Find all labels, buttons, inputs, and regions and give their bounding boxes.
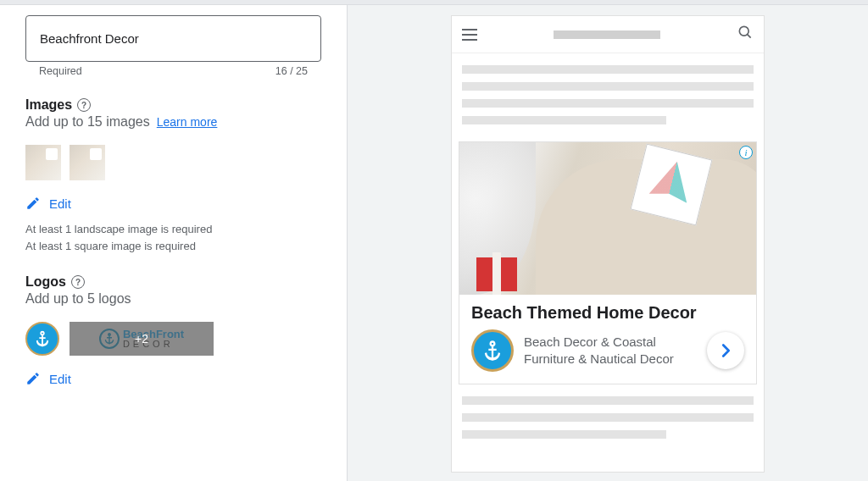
hamburger-icon[interactable] — [462, 29, 477, 41]
logos-title-row: Logos ? — [25, 274, 321, 290]
svg-point-1 — [739, 26, 748, 36]
skeleton-top — [452, 53, 764, 140]
image-thumbnail[interactable] — [70, 145, 105, 180]
logo-thumbnails: BeachFront DECOR +2 — [25, 322, 321, 356]
images-title: Images — [25, 97, 72, 113]
header-placeholder-bar — [554, 30, 660, 39]
ad-info-icon[interactable]: i — [739, 146, 753, 159]
business-name-value: Beachfront Decor — [40, 31, 139, 46]
helper-line-1: At least 1 landscape image is required — [25, 221, 321, 238]
images-subtitle: Add up to 15 images — [25, 114, 150, 130]
skeleton-bottom — [452, 384, 764, 459]
image-thumbnails — [25, 145, 321, 180]
logos-title: Logos — [25, 274, 66, 290]
images-helper: At least 1 landscape image is required A… — [25, 221, 321, 254]
logo-thumbnail-wide[interactable]: BeachFront DECOR +2 — [70, 322, 214, 356]
ad-line-1: Beach Decor & Coastal — [524, 334, 692, 351]
ad-body: Beach Themed Home Decor Beach Decor & Co… — [459, 295, 756, 384]
skeleton-line — [462, 396, 754, 405]
logos-subtitle-row: Add up to 5 logos — [25, 291, 321, 307]
logo-more-overlay[interactable]: +2 — [70, 322, 214, 356]
input-meta: Required 16 / 25 — [25, 62, 321, 77]
ad-row: Beach Decor & Coastal Furniture & Nautic… — [471, 329, 744, 372]
ad-image: i — [459, 142, 756, 295]
help-icon[interactable]: ? — [77, 98, 91, 112]
ad-arrow-button[interactable] — [707, 332, 744, 369]
main-container: Beachfront Decor Required 16 / 25 Images… — [0, 5, 868, 481]
skeleton-line — [462, 430, 666, 439]
images-title-row: Images ? — [25, 97, 321, 113]
logos-subtitle: Add up to 5 logos — [25, 291, 131, 307]
form-panel: Beachfront Decor Required 16 / 25 Images… — [0, 5, 348, 481]
help-icon[interactable]: ? — [71, 275, 85, 289]
edit-logos-button[interactable]: Edit — [25, 371, 321, 386]
skeleton-line — [462, 99, 754, 108]
anchor-icon — [33, 329, 52, 348]
edit-images-label: Edit — [49, 196, 71, 211]
preview-panel: i Beach Themed Home Decor Beach Decor & … — [348, 5, 868, 481]
search-icon[interactable] — [737, 24, 754, 45]
ad-line-2: Furniture & Nautical Decor — [524, 351, 692, 368]
skeleton-line — [462, 413, 754, 422]
pillow-pattern — [647, 157, 696, 212]
chevron-right-icon — [716, 341, 735, 360]
edit-logos-label: Edit — [49, 372, 71, 386]
images-subtitle-row: Add up to 15 images Learn more — [25, 114, 321, 130]
learn-more-link[interactable]: Learn more — [157, 115, 218, 129]
decorative-gift — [476, 257, 517, 291]
business-name-input[interactable]: Beachfront Decor — [25, 15, 321, 62]
image-thumbnail[interactable] — [25, 145, 61, 180]
skeleton-line — [462, 82, 754, 91]
anchor-icon — [481, 339, 504, 362]
pencil-icon — [25, 371, 41, 386]
preview-header — [452, 16, 764, 53]
helper-line-2: At least 1 square image is required — [25, 238, 321, 255]
logo-thumbnail-round[interactable] — [25, 322, 59, 356]
ad-logo — [471, 329, 514, 372]
preview-card: i Beach Themed Home Decor Beach Decor & … — [451, 15, 765, 473]
pencil-icon — [25, 196, 41, 211]
char-count: 16 / 25 — [275, 65, 308, 77]
ad-description: Beach Decor & Coastal Furniture & Nautic… — [524, 334, 697, 368]
skeleton-line — [462, 116, 666, 124]
logo-more-count: +2 — [135, 332, 148, 346]
ad-preview: i Beach Themed Home Decor Beach Decor & … — [459, 141, 757, 384]
skeleton-line — [462, 65, 754, 74]
required-label: Required — [39, 65, 82, 77]
ad-title: Beach Themed Home Decor — [471, 303, 744, 323]
edit-images-button[interactable]: Edit — [25, 196, 321, 211]
svg-line-2 — [748, 35, 751, 38]
